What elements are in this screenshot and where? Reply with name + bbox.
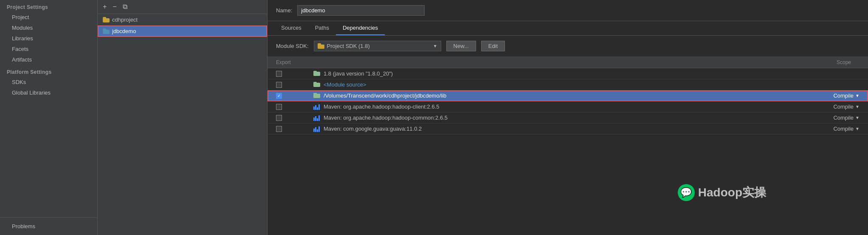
folder-icon: [103, 17, 110, 22]
tab-dependencies[interactable]: Dependencies: [336, 21, 385, 35]
sdk-folder-icon: [318, 43, 324, 49]
dep-scope-hadoop-client-label: Compile: [833, 104, 854, 110]
tab-sources[interactable]: Sources: [274, 21, 308, 35]
sdk-label: Module SDK:: [276, 43, 309, 49]
dep-row-lib[interactable]: ✓ /Volumes/Transcend/work/cdhproject/jdb…: [268, 90, 868, 101]
dep-row-hadoop-common[interactable]: Maven: org.apache.hadoop:hadoop-common:2…: [268, 112, 868, 123]
dep-row-hadoop-client[interactable]: Maven: org.apache.hadoop:hadoop-client:2…: [268, 101, 868, 112]
copy-module-button[interactable]: ⧉: [121, 3, 129, 11]
dep-checkbox-module-source[interactable]: [276, 82, 282, 88]
dep-folder-icon-lib: [313, 93, 320, 99]
dep-scope-guava-arrow-icon[interactable]: ▼: [855, 126, 860, 131]
col-export-header: Export: [276, 59, 310, 65]
dep-scope-guava-label: Compile: [833, 126, 854, 132]
settings-panel: Name: Sources Paths Dependencies Module …: [268, 0, 868, 235]
dep-scope-hadoop-common-arrow-icon[interactable]: ▼: [855, 115, 860, 120]
new-sdk-button[interactable]: New...: [446, 41, 476, 51]
col-scope-header: Scope: [809, 59, 860, 65]
dep-checkbox-lib[interactable]: ✓: [276, 93, 282, 99]
dep-scope-lib-label: Compile: [833, 92, 854, 99]
module-list: cdhproject jdbcdemo: [98, 14, 267, 235]
dep-folder-icon-jdk: [313, 71, 320, 77]
name-input[interactable]: [297, 5, 425, 16]
sidebar-item-sdks[interactable]: SDKs: [0, 77, 97, 87]
content-area: Module SDK: Project SDK (1.8) ▼ New... E…: [268, 36, 868, 235]
sidebar-item-modules[interactable]: Modules: [0, 22, 97, 33]
module-item-jdbcdemo[interactable]: jdbcdemo: [98, 25, 267, 37]
dep-name-lib: /Volumes/Transcend/work/cdhproject/jdbcd…: [324, 92, 814, 99]
dep-folder-icon-module-source: [313, 82, 320, 88]
edit-sdk-button[interactable]: Edit: [481, 41, 505, 51]
module-item-cdhproject[interactable]: cdhproject: [98, 14, 267, 25]
deps-table: Export Scope 1.8 (java version "1.8.0_20…: [268, 57, 868, 235]
dep-scope-hadoop-client: Compile ▼: [817, 104, 860, 110]
add-module-button[interactable]: +: [101, 3, 108, 11]
sidebar-item-facets[interactable]: Facets: [0, 44, 97, 54]
project-settings-label: Project Settings: [0, 0, 97, 12]
dep-scope-guava: Compile ▼: [817, 126, 860, 132]
remove-module-button[interactable]: −: [111, 3, 118, 11]
sidebar-item-project[interactable]: Project: [0, 12, 97, 22]
dep-scope-arrow-icon[interactable]: ▼: [855, 93, 860, 98]
deps-header: Export Scope: [268, 57, 868, 68]
name-label: Name:: [276, 7, 292, 14]
dep-name-guava: Maven: com.google.guava:guava:11.0.2: [324, 126, 814, 132]
dep-row-module-source[interactable]: <Module source>: [268, 79, 868, 90]
dep-maven-icon-hadoop-client: [313, 104, 320, 110]
dep-name-hadoop-common: Maven: org.apache.hadoop:hadoop-common:2…: [324, 115, 814, 121]
module-name-jdbcdemo: jdbcdemo: [112, 28, 136, 34]
dep-maven-icon-hadoop-common: [313, 115, 320, 121]
dep-maven-icon-guava: [313, 126, 320, 132]
platform-settings-label: Platform Settings: [0, 65, 97, 77]
dep-name-jdk: 1.8 (java version "1.8.0_20"): [324, 70, 814, 77]
dep-scope-hadoop-common-label: Compile: [833, 115, 854, 121]
module-name-cdhproject: cdhproject: [112, 17, 138, 23]
module-toolbar: + − ⧉: [98, 0, 267, 14]
dep-scope-lib: Compile ▼: [817, 92, 860, 99]
tabs-bar: Sources Paths Dependencies: [268, 21, 868, 36]
dep-scope-hadoop-client-arrow-icon[interactable]: ▼: [855, 104, 860, 109]
sdk-row: Module SDK: Project SDK (1.8) ▼ New... E…: [268, 36, 868, 57]
name-row: Name:: [268, 0, 868, 21]
dep-checkbox-hadoop-client[interactable]: [276, 104, 282, 110]
folder-icon-blue: [103, 28, 110, 34]
dep-row-guava[interactable]: Maven: com.google.guava:guava:11.0.2 Com…: [268, 123, 868, 134]
sidebar-item-artifacts[interactable]: Artifacts: [0, 54, 97, 65]
sdk-dropdown-arrow-icon: ▼: [433, 44, 437, 48]
sidebar-item-problems[interactable]: Problems: [0, 221, 97, 232]
sidebar: Project Settings Project Modules Librari…: [0, 0, 98, 235]
dep-checkbox-hadoop-common[interactable]: [276, 115, 282, 121]
tab-paths[interactable]: Paths: [308, 21, 336, 35]
dep-name-module-source: <Module source>: [324, 81, 814, 88]
sdk-value: Project SDK (1.8): [327, 43, 370, 49]
sidebar-item-libraries[interactable]: Libraries: [0, 33, 97, 44]
sidebar-item-global-libraries[interactable]: Global Libraries: [0, 87, 97, 98]
dep-name-hadoop-client: Maven: org.apache.hadoop:hadoop-client:2…: [324, 104, 814, 110]
dep-row-jdk[interactable]: 1.8 (java version "1.8.0_20"): [268, 68, 868, 79]
sdk-dropdown[interactable]: Project SDK (1.8) ▼: [314, 41, 441, 51]
dep-scope-hadoop-common: Compile ▼: [817, 115, 860, 121]
dep-checkbox-jdk[interactable]: [276, 71, 282, 77]
module-panel: + − ⧉ cdhproject jdbcdemo: [98, 0, 268, 235]
dep-checkbox-guava[interactable]: [276, 126, 282, 132]
